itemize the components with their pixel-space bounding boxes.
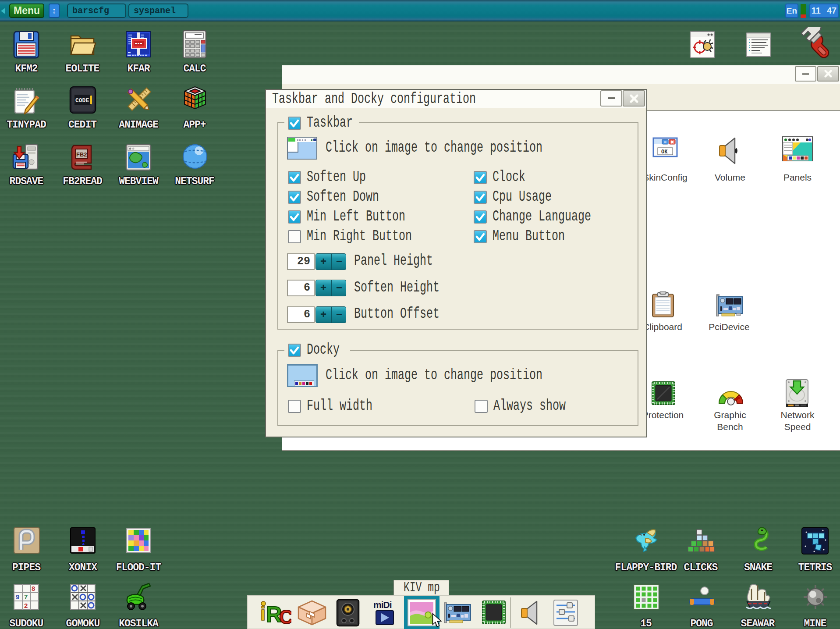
svg-text:miDi: miDi: [373, 600, 392, 610]
svg-text:9: 9: [16, 593, 19, 601]
svg-text:8: 8: [32, 585, 35, 592]
svg-text:2: 2: [24, 602, 28, 609]
svg-text:CODE: CODE: [75, 97, 89, 104]
svg-text:7: 7: [24, 593, 28, 601]
svg-text:OK: OK: [661, 149, 668, 155]
svg-text:FB2: FB2: [76, 151, 87, 158]
svg-text:C: C: [279, 606, 291, 625]
